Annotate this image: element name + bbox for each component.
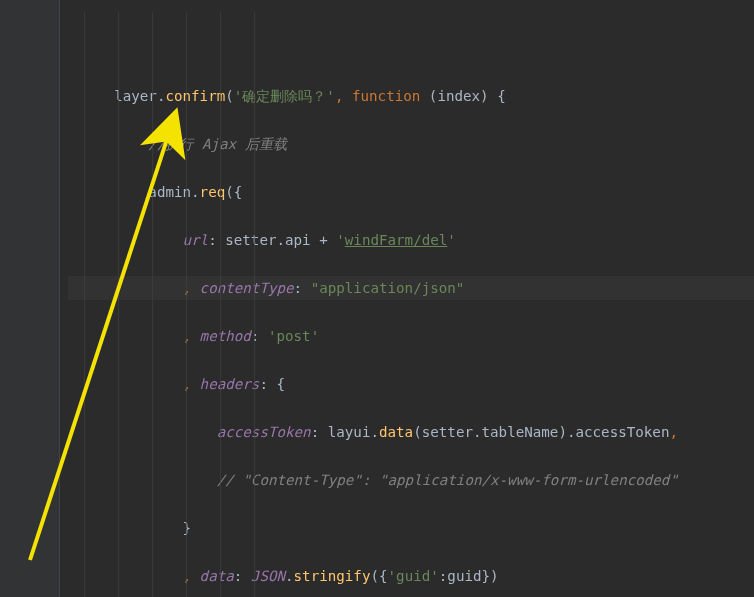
code-line[interactable]: , method: 'post' bbox=[68, 324, 754, 348]
code-line[interactable]: } bbox=[68, 516, 754, 540]
editor-container: layer.confirm('确定删除吗？', function (index)… bbox=[0, 0, 754, 597]
code-area[interactable]: layer.confirm('确定删除吗？', function (index)… bbox=[60, 0, 754, 597]
code-line[interactable]: accessToken: layui.data(setter.tableName… bbox=[68, 420, 754, 444]
code-line[interactable]: //执行 Ajax 后重载 bbox=[68, 132, 754, 156]
code-line-highlighted[interactable]: , contentType: "application/json" bbox=[68, 276, 754, 300]
code-line[interactable]: // "Content-Type": "application/x-www-fo… bbox=[68, 468, 754, 492]
line-gutter bbox=[0, 0, 60, 597]
code-line[interactable]: layer.confirm('确定删除吗？', function (index)… bbox=[68, 84, 754, 108]
code-line[interactable]: , headers: { bbox=[68, 372, 754, 396]
code-line[interactable]: url: setter.api + 'windFarm/del' bbox=[68, 228, 754, 252]
code-line[interactable]: admin.req({ bbox=[68, 180, 754, 204]
code-line[interactable]: , data: JSON.stringify({'guid':guid}) bbox=[68, 564, 754, 588]
